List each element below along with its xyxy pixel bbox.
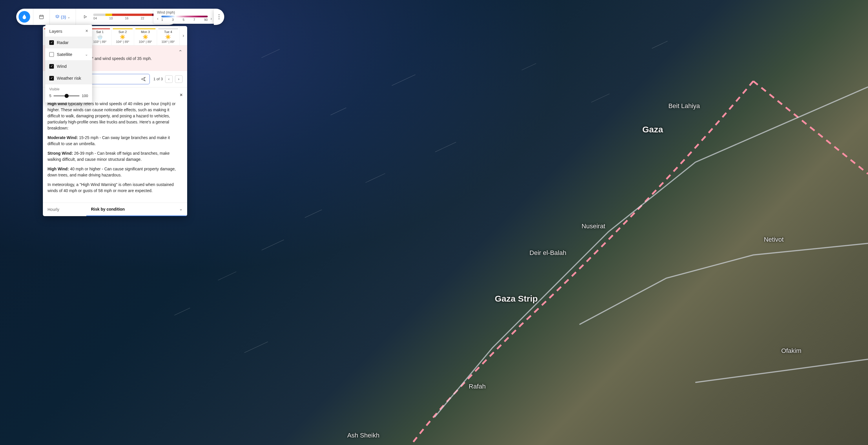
timeline-bar[interactable] <box>93 13 160 16</box>
day-sun-2[interactable]: Sun 2☀️104° | 89° <box>112 26 134 45</box>
map-label-ash-sheikh: Ash Sheikh <box>347 432 379 439</box>
play-button[interactable] <box>80 11 90 22</box>
chevron-down-icon: ⌄ <box>85 52 88 57</box>
chevron-down-icon: ⌄ <box>67 15 70 19</box>
map-label-gaza: Gaza <box>642 125 663 134</box>
layers-dropdown[interactable]: (3) ⌄ <box>53 14 73 20</box>
p1-body: typically refers to wind speeds of 40 mi… <box>48 101 176 130</box>
tab-risk[interactable]: Risk by condition ⌄ <box>86 203 187 216</box>
send-icon <box>141 76 146 82</box>
day-mon-3[interactable]: Mon 3☀️104° | 89° <box>134 26 157 45</box>
checkbox[interactable] <box>49 76 54 81</box>
more-vertical-icon <box>218 14 220 20</box>
opacity-slider[interactable]: 5 100 <box>49 94 88 98</box>
timeline-labels: 0410162224 <box>93 17 160 20</box>
slider-max: 100 <box>82 94 88 98</box>
layer-label: Radar <box>57 40 69 45</box>
tab-hourly[interactable]: Hourly <box>43 203 86 216</box>
svg-point-7 <box>218 18 219 19</box>
pager-text: 1 of 3 <box>153 77 163 81</box>
layer-label: Wind <box>57 64 67 69</box>
send-button[interactable] <box>140 75 147 83</box>
top-toolbar: (3) ⌄ 0410162224 <box>16 9 177 25</box>
legend-prev[interactable]: ‹ <box>157 16 158 21</box>
checkbox[interactable] <box>49 64 54 69</box>
article-close[interactable]: × <box>180 92 183 98</box>
drop-icon <box>22 14 27 20</box>
checkbox[interactable] <box>49 40 54 45</box>
map-label-deir-el-balah: Deir el-Balah <box>530 249 566 257</box>
map-label-rafah: Rafah <box>469 383 486 390</box>
map-label-netivot: Netivot <box>764 236 783 243</box>
day-tue-4[interactable]: Tue 4☀️104° | 89° <box>157 26 180 45</box>
p2-lead: Moderate Wind: <box>48 135 78 140</box>
wind-legend: Wind (mph) ‹ 135790 › <box>154 9 215 24</box>
play-icon <box>83 15 87 19</box>
slider-thumb[interactable] <box>65 94 69 98</box>
legend-next[interactable]: › <box>211 16 212 21</box>
map-label-gaza-strip: Gaza Strip <box>495 294 538 304</box>
layer-item-weather-risk[interactable]: Weather risk <box>45 72 92 84</box>
tabs: Hourly Risk by condition ⌄ <box>43 202 187 216</box>
p5-body: In meteorology, a "High Wind Warning" is… <box>48 182 183 194</box>
layer-item-radar[interactable]: Radar <box>45 36 92 49</box>
map-label-ofakim: Ofakim <box>781 347 801 355</box>
pager-prev[interactable]: ‹ <box>165 75 173 83</box>
layers-panel: Layers × RadarSatellite⌄WindWeather risk… <box>45 25 92 102</box>
p4-lead: High Wind: <box>48 167 69 171</box>
visible-label: Visible <box>49 87 88 91</box>
map-label-nuseirat: Nuseirat <box>582 222 605 230</box>
layers-panel-title: Layers <box>49 29 62 34</box>
p3-lead: Strong Wind: <box>48 151 73 156</box>
svg-rect-0 <box>39 15 43 19</box>
legend-gradient <box>161 15 208 18</box>
slider-min: 5 <box>49 94 51 98</box>
chevron-down-icon: ⌄ <box>179 207 183 211</box>
pager: 1 of 3 ‹ › <box>153 75 183 83</box>
layers-count-text: (3) <box>61 14 66 20</box>
app-logo[interactable] <box>19 11 30 23</box>
map-label-beit-lahiya: Beit Lahiya <box>669 102 700 110</box>
layer-item-wind[interactable]: Wind <box>45 60 92 72</box>
svg-point-5 <box>218 14 219 15</box>
calendar-icon <box>39 14 44 20</box>
layer-label: Weather risk <box>57 75 81 81</box>
layer-label: Satellite <box>57 52 72 57</box>
alert-collapse[interactable]: ⌃ <box>178 49 183 55</box>
layers-panel-close[interactable]: × <box>86 28 88 34</box>
tab-hourly-label: Hourly <box>48 207 59 212</box>
tab-risk-label: Risk by condition <box>91 207 125 212</box>
pager-next[interactable]: › <box>175 75 183 83</box>
legend-title: Wind (mph) <box>157 10 212 14</box>
calendar-button[interactable] <box>36 11 46 22</box>
article: nd? × High wind typically refers to wind… <box>43 88 187 202</box>
checkbox[interactable] <box>49 52 54 57</box>
svg-point-6 <box>218 16 219 17</box>
legend-ticks: 135790 <box>161 18 208 22</box>
layers-icon <box>55 14 60 19</box>
layer-item-satellite[interactable]: Satellite⌄ <box>45 49 92 60</box>
slider-track[interactable] <box>54 96 80 96</box>
day-strip-next[interactable]: › <box>180 26 187 45</box>
